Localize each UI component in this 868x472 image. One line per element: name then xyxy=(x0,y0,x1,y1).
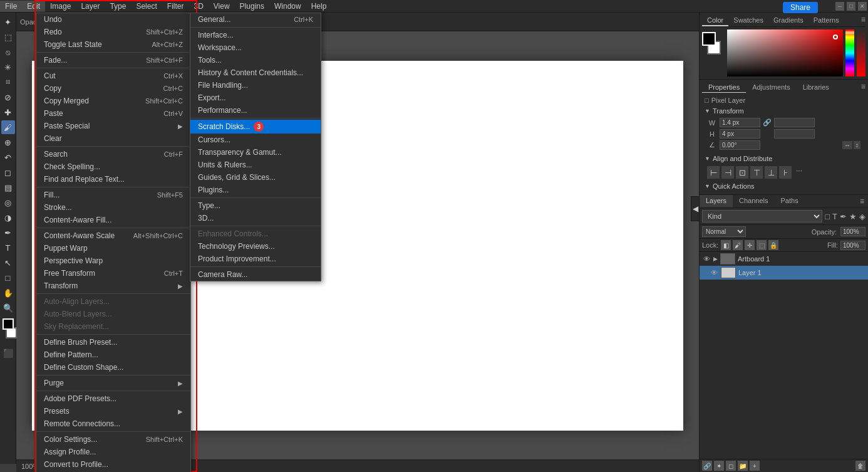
menu-help[interactable]: Help xyxy=(306,1,332,12)
menu-remote-connections[interactable]: Remote Connections... xyxy=(36,417,190,430)
tab-properties[interactable]: Properties xyxy=(702,82,746,93)
filter-smart-icon[interactable]: ◈ xyxy=(859,212,865,221)
menu-adobe-pdf-presets[interactable]: Adobe PDF Presets... xyxy=(36,392,190,405)
menu-3d[interactable]: 3D xyxy=(189,1,208,12)
tab-libraries[interactable]: Libraries xyxy=(797,82,835,93)
color-panel-menu[interactable]: ≡ xyxy=(861,15,865,26)
quick-mask-tool[interactable]: ⬛ xyxy=(1,346,15,360)
menu-fade[interactable]: Fade...Shift+Ctrl+F xyxy=(36,54,190,66)
lasso-tool[interactable]: ⍉ xyxy=(1,45,15,59)
tab-gradients[interactable]: Gradients xyxy=(768,15,809,26)
tab-channels[interactable]: Channels xyxy=(733,195,774,207)
menu-convert-to-profile[interactable]: Convert to Profile... xyxy=(36,458,190,471)
menu-define-brush[interactable]: Define Brush Preset... xyxy=(36,336,190,349)
menu-copy-merged[interactable]: Copy MergedShift+Ctrl+C xyxy=(36,95,190,107)
angle-input[interactable] xyxy=(720,140,760,150)
menu-view[interactable]: View xyxy=(209,1,235,12)
artboard-expand-arrow[interactable]: ▶ xyxy=(713,256,718,262)
menu-define-custom-shape[interactable]: Define Custom Shape... xyxy=(36,361,190,374)
delete-layer-btn[interactable]: 🗑 xyxy=(855,461,865,471)
menu-purge[interactable]: Purge▶ xyxy=(36,377,190,389)
filter-path-icon[interactable]: ✒ xyxy=(840,212,847,221)
crop-tool[interactable]: ⌗ xyxy=(1,75,15,89)
eyedropper-tool[interactable]: ⊘ xyxy=(1,90,15,104)
menu-layer[interactable]: Layer xyxy=(76,1,105,12)
move-tool[interactable]: ✦ xyxy=(1,15,15,29)
pref-interface[interactable]: Interface... xyxy=(190,29,321,41)
align-right-btn[interactable]: ⊡ xyxy=(736,166,748,179)
tab-color[interactable]: Color xyxy=(702,15,728,26)
lock-image-btn[interactable]: 🖌 xyxy=(733,240,743,250)
quick-actions-section[interactable]: ▼ Quick Actions xyxy=(702,181,865,192)
filter-effect-icon[interactable]: ★ xyxy=(849,212,857,221)
pref-general[interactable]: General...Ctrl+K xyxy=(190,13,321,26)
pref-type[interactable]: Type... xyxy=(190,199,321,212)
menu-fill[interactable]: Fill...Shift+F5 xyxy=(36,189,190,201)
pref-history[interactable]: History & Content Credentials... xyxy=(190,66,321,79)
pref-cursors[interactable]: Cursors... xyxy=(190,134,321,146)
menu-free-transform[interactable]: Free TransformCtrl+T xyxy=(36,267,190,280)
pref-units-rulers[interactable]: Units & Rulers... xyxy=(190,159,321,171)
menu-paste[interactable]: PasteCtrl+V xyxy=(36,107,190,120)
menu-copy[interactable]: CopyCtrl+C xyxy=(36,82,190,95)
pen-tool[interactable]: ✒ xyxy=(1,226,15,239)
tab-swatches[interactable]: Swatches xyxy=(728,15,768,26)
menu-presets[interactable]: Presets▶ xyxy=(36,405,190,417)
minimize-button[interactable]: ─ xyxy=(835,2,844,11)
align-left-btn[interactable]: ⊢ xyxy=(707,166,720,179)
align-bottom-btn[interactable]: ⊦ xyxy=(779,166,792,179)
opacity-slider[interactable] xyxy=(857,29,865,76)
new-group-btn[interactable]: 📁 xyxy=(738,461,748,471)
blur-tool[interactable]: ◎ xyxy=(1,196,15,209)
select-tool[interactable]: ⬚ xyxy=(1,30,15,44)
text-tool[interactable]: T xyxy=(1,241,15,254)
align-top-btn[interactable]: ⊤ xyxy=(750,166,763,179)
zoom-tool[interactable]: 🔍 xyxy=(1,301,15,315)
layer-mode-select[interactable]: Normal xyxy=(702,226,746,237)
transform-section[interactable]: ▼ Transform xyxy=(702,105,865,117)
menu-transform[interactable]: Transform▶ xyxy=(36,280,190,292)
x-input[interactable] xyxy=(774,118,815,127)
fill-input[interactable] xyxy=(840,241,865,250)
flip-v-btn[interactable]: ↕ xyxy=(854,141,860,149)
pref-camera-raw[interactable]: Camera Raw... xyxy=(190,268,321,281)
menu-cut[interactable]: CutCtrl+X xyxy=(36,70,190,82)
pref-3d[interactable]: 3D... xyxy=(190,212,321,224)
artboard-visibility[interactable]: 👁 xyxy=(702,254,711,263)
y-input[interactable] xyxy=(774,129,815,139)
pref-transparency[interactable]: Transparency & Gamut... xyxy=(190,146,321,159)
menu-undo[interactable]: Undo xyxy=(36,13,190,26)
history-brush-tool[interactable]: ↶ xyxy=(1,150,15,164)
path-select-tool[interactable]: ↖ xyxy=(1,256,15,270)
pref-workspace[interactable]: Workspace... xyxy=(190,41,321,54)
menu-file[interactable]: File xyxy=(0,1,22,12)
filter-text-icon[interactable]: T xyxy=(832,212,837,221)
pref-technology-previews[interactable]: Technology Previews... xyxy=(190,240,321,253)
layers-filter-kind[interactable]: Kind xyxy=(702,210,822,223)
menu-content-aware-fill[interactable]: Content-Aware Fill... xyxy=(36,214,190,226)
foreground-color[interactable] xyxy=(3,318,14,330)
menu-image[interactable]: Image xyxy=(45,1,76,12)
lock-transparent-btn[interactable]: ◧ xyxy=(721,240,731,250)
panel-collapse-btn[interactable]: ◀ xyxy=(691,196,700,221)
layers-menu[interactable]: ≡ xyxy=(856,195,868,207)
gradient-tool[interactable]: ▤ xyxy=(1,181,15,194)
hue-slider[interactable] xyxy=(845,29,854,76)
menu-paste-special[interactable]: Paste Special▶ xyxy=(36,120,190,132)
tab-paths[interactable]: Paths xyxy=(775,195,805,207)
foreground-swatch[interactable] xyxy=(702,32,716,46)
menu-assign-profile[interactable]: Assign Profile... xyxy=(36,446,190,458)
pref-file-handling[interactable]: File Handling... xyxy=(190,79,321,92)
menu-type[interactable]: Type xyxy=(105,1,131,12)
tab-layers[interactable]: Layers xyxy=(700,195,733,207)
artboard-layer-group[interactable]: 👁 ▶ Artboard 1 xyxy=(700,252,868,266)
pref-product-improvement[interactable]: Product Improvement... xyxy=(190,253,321,265)
lock-position-btn[interactable]: ✛ xyxy=(745,240,755,250)
pref-plugins[interactable]: Plugins... xyxy=(190,184,321,196)
menu-check-spelling[interactable]: Check Spelling... xyxy=(36,160,190,173)
clone-tool[interactable]: ⊕ xyxy=(1,135,15,149)
menu-perspective-warp[interactable]: Perspective Warp xyxy=(36,254,190,267)
dodge-tool[interactable]: ◑ xyxy=(1,211,15,224)
pref-export[interactable]: Export... xyxy=(190,92,321,104)
pref-performance[interactable]: Performance... xyxy=(190,104,321,117)
